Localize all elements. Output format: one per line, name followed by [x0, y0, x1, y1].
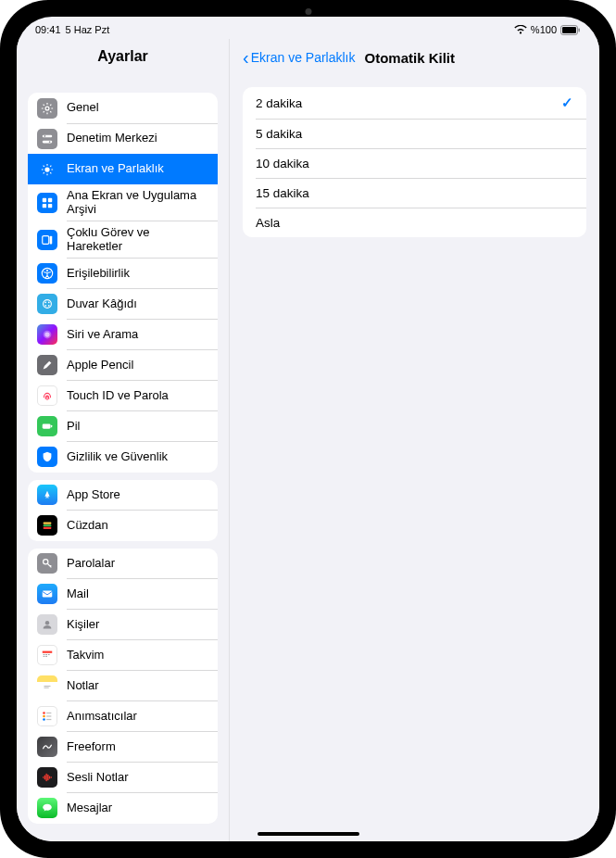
sidebar-section: GenelDenetim MerkeziEkran ve ParlaklıkAn…	[28, 93, 218, 473]
freeform-icon	[37, 737, 57, 757]
home-indicator[interactable]	[258, 832, 359, 836]
sidebar-item-label: Notlar	[67, 679, 99, 693]
svg-point-21	[48, 305, 50, 307]
sidebar-item-pil[interactable]: Pil	[28, 411, 218, 442]
sidebar-item-app-store[interactable]: App Store	[28, 480, 218, 511]
sidebar-item-label: Mail	[67, 587, 89, 601]
switches-icon	[37, 129, 57, 149]
accessibility-icon	[37, 263, 57, 284]
svg-point-18	[44, 302, 46, 304]
sidebar-item-label: Sesli Notlar	[67, 771, 128, 785]
sidebar-item-label: Denetim Merkezi	[67, 132, 157, 145]
sidebar-item-denetim-merkezi[interactable]: Denetim Merkezi	[28, 123, 218, 154]
sidebar-item-touch-id-ve-parola[interactable]: Touch ID ve Parola	[28, 381, 218, 411]
detail-title: Otomatik Kilit	[365, 50, 456, 66]
sidebar-item-ki-iler[interactable]: Kişiler	[28, 610, 218, 640]
sidebar-item-label: Mesajlar	[67, 801, 112, 815]
svg-rect-43	[46, 713, 51, 713]
sidebar-item-mesajlar[interactable]: Mesajlar	[28, 793, 218, 824]
svg-point-23	[44, 333, 49, 337]
sidebar-item-label: Parolalar	[67, 557, 115, 571]
status-bar: 09:41 5 Haz Pzt %100	[17, 17, 599, 39]
svg-rect-11	[43, 204, 46, 208]
fingerprint-icon	[37, 385, 57, 406]
messages-icon	[37, 798, 57, 818]
sidebar-item-apple-pencil[interactable]: Apple Pencil	[28, 350, 218, 381]
sidebar-item-ekran-ve-parlakl-k[interactable]: Ekran ve Parlaklık	[28, 154, 218, 184]
sidebar-item-label: Ana Ekran ve Uygulama Arşivi	[67, 189, 208, 217]
back-button[interactable]: ‹ Ekran ve Parlaklık	[243, 48, 356, 67]
multitask-icon	[37, 230, 57, 250]
svg-point-7	[49, 141, 51, 143]
svg-rect-37	[45, 656, 47, 657]
sidebar-item-label: Anımsatıcılar	[67, 710, 137, 724]
sidebar-item-label: Takvim	[67, 649, 104, 662]
option-label: 10 dakika	[256, 157, 309, 170]
svg-rect-33	[44, 654, 45, 655]
sidebar-section: App StoreCüzdan	[28, 480, 218, 541]
back-label: Ekran ve Parlaklık	[251, 50, 356, 65]
sidebar-item-duvar-k-d[interactable]: Duvar Kâğıdı	[28, 289, 218, 320]
sidebar-item-label: Touch ID ve Parola	[67, 389, 169, 403]
sidebar-item-label: Ekran ve Parlaklık	[67, 162, 164, 176]
sidebar-item-notlar[interactable]: Notlar	[28, 671, 218, 701]
privacy-icon	[37, 447, 57, 467]
svg-rect-9	[43, 198, 46, 202]
sidebar-item-gizlilik-ve-g-venlik[interactable]: Gizlilik ve Güvenlik	[28, 442, 218, 473]
contacts-icon	[37, 614, 57, 635]
option-row[interactable]: 2 dakika✓	[243, 87, 586, 119]
svg-rect-12	[48, 204, 52, 208]
sidebar-item-genel[interactable]: Genel	[28, 93, 218, 123]
svg-rect-26	[44, 523, 52, 524]
svg-rect-13	[43, 235, 49, 244]
option-label: 5 dakika	[256, 127, 302, 141]
pencil-icon	[37, 355, 57, 375]
sidebar-item-label: Kişiler	[67, 618, 99, 632]
svg-rect-2	[579, 28, 580, 32]
sidebar-item-mail[interactable]: Mail	[28, 579, 218, 610]
status-date: 5 Haz Pzt	[66, 24, 110, 35]
sidebar-item-freeform[interactable]: Freeform	[28, 732, 218, 763]
sidebar-item-c-zdan[interactable]: Cüzdan	[28, 511, 218, 541]
option-row[interactable]: 10 dakika	[243, 148, 586, 178]
svg-rect-39	[44, 688, 49, 688]
sidebar-item-ana-ekran-ve-uygulama-ar-ivi[interactable]: Ana Ekran ve Uygulama Arşivi	[28, 184, 218, 221]
sidebar-item-oklu-g-rev-ve-hareketler[interactable]: Çoklu Görev ve Hareketler	[28, 221, 218, 259]
sidebar-item-an-msat-c-lar[interactable]: Anımsatıcılar	[28, 701, 218, 732]
sidebar-item-label: Erişilebilirlik	[67, 267, 130, 281]
svg-rect-24	[43, 424, 51, 429]
svg-rect-25	[51, 425, 52, 428]
sidebar-item-eri-ilebilirlik[interactable]: Erişilebilirlik	[28, 259, 218, 289]
svg-point-3	[45, 107, 49, 110]
sidebar-item-takvim[interactable]: Takvim	[28, 640, 218, 671]
sidebar[interactable]: Ayarlar GenelDenetim MerkeziEkran ve Par…	[17, 39, 230, 841]
status-left: 09:41 5 Haz Pzt	[35, 24, 109, 35]
svg-rect-10	[48, 198, 52, 202]
svg-point-20	[44, 305, 46, 307]
mail-icon	[37, 584, 57, 604]
svg-point-31	[45, 621, 49, 625]
option-label: 2 dakika	[256, 96, 302, 110]
svg-rect-4	[43, 134, 53, 137]
sidebar-item-label: Siri ve Arama	[67, 328, 138, 342]
svg-point-8	[44, 167, 49, 171]
wifi-icon	[514, 25, 527, 34]
detail-header: ‹ Ekran ve Parlaklık Otomatik Kilit	[230, 39, 599, 76]
sidebar-item-label: Pil	[67, 420, 80, 434]
option-row[interactable]: 15 dakika	[243, 178, 586, 208]
option-row[interactable]: 5 dakika	[243, 119, 586, 148]
device-frame: 09:41 5 Haz Pzt %100 Ayarlar GenelDeneti…	[0, 0, 616, 858]
option-row[interactable]: Asla	[243, 208, 586, 237]
svg-rect-5	[43, 140, 53, 143]
sidebar-item-label: Apple Pencil	[67, 359, 133, 372]
option-label: Asla	[256, 216, 280, 230]
checkmark-icon: ✓	[561, 95, 573, 111]
sidebar-item-sesli-notlar[interactable]: Sesli Notlar	[28, 763, 218, 793]
chevron-left-icon: ‹	[243, 48, 249, 67]
grid-icon	[37, 193, 57, 213]
sidebar-item-parolalar[interactable]: Parolalar	[28, 549, 218, 579]
appstore-icon	[37, 485, 57, 505]
sidebar-item-siri-ve-arama[interactable]: Siri ve Arama	[28, 320, 218, 350]
brightness-icon	[37, 159, 57, 180]
reminders-icon	[37, 706, 57, 726]
